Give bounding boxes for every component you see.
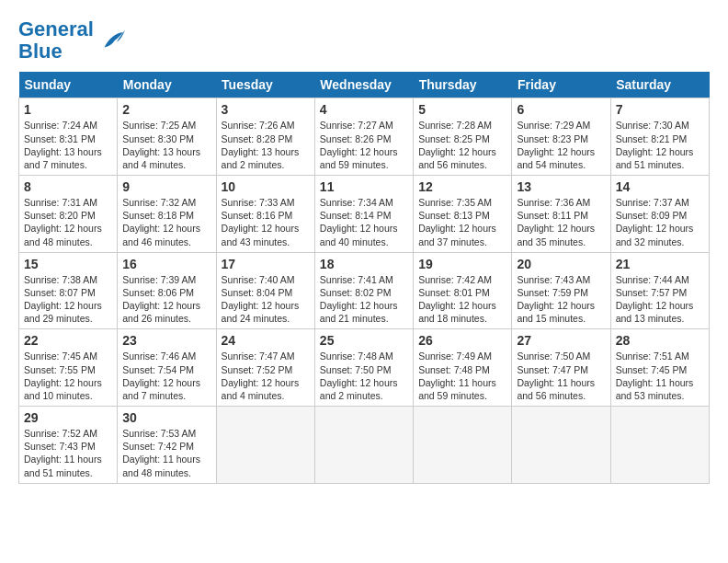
day-info: Sunrise: 7:27 AMSunset: 8:26 PMDaylight:… — [320, 119, 408, 171]
calendar-cell: 4 Sunrise: 7:27 AMSunset: 8:26 PMDayligh… — [314, 98, 413, 176]
calendar-cell: 7 Sunrise: 7:30 AMSunset: 8:21 PMDayligh… — [610, 98, 709, 176]
calendar-cell: 19 Sunrise: 7:42 AMSunset: 8:01 PMDaylig… — [414, 252, 512, 329]
calendar-cell: 1 Sunrise: 7:24 AMSunset: 8:31 PMDayligh… — [19, 98, 118, 176]
calendar-header-row: SundayMondayTuesdayWednesdayThursdayFrid… — [19, 72, 710, 98]
calendar-cell: 29 Sunrise: 7:52 AMSunset: 7:43 PMDaylig… — [19, 407, 118, 484]
logo-bird-icon — [97, 27, 125, 54]
day-info: Sunrise: 7:42 AMSunset: 8:01 PMDaylight:… — [418, 273, 506, 326]
day-info: Sunrise: 7:31 AMSunset: 8:20 PMDaylight:… — [24, 196, 112, 248]
day-number: 11 — [320, 179, 408, 194]
day-info: Sunrise: 7:52 AMSunset: 7:43 PMDaylight:… — [24, 427, 112, 479]
day-info: Sunrise: 7:40 AMSunset: 8:04 PMDaylight:… — [222, 273, 310, 326]
day-number: 20 — [517, 257, 605, 271]
day-info: Sunrise: 7:48 AMSunset: 7:50 PMDaylight:… — [320, 350, 408, 402]
calendar-cell: 28 Sunrise: 7:51 AMSunset: 7:45 PMDaylig… — [610, 329, 709, 407]
day-info: Sunrise: 7:39 AMSunset: 8:06 PMDaylight:… — [122, 273, 210, 326]
calendar-cell: 21 Sunrise: 7:44 AMSunset: 7:57 PMDaylig… — [610, 252, 709, 329]
calendar-cell: 13 Sunrise: 7:36 AMSunset: 8:11 PMDaylig… — [512, 176, 610, 253]
calendar-cell: 25 Sunrise: 7:48 AMSunset: 7:50 PMDaylig… — [314, 329, 413, 407]
day-info: Sunrise: 7:30 AMSunset: 8:21 PMDaylight:… — [616, 119, 704, 171]
calendar-week-row: 22 Sunrise: 7:45 AMSunset: 7:55 PMDaylig… — [19, 329, 710, 407]
col-header-friday: Friday — [512, 72, 610, 98]
day-number: 9 — [122, 179, 210, 194]
day-info: Sunrise: 7:50 AMSunset: 7:47 PMDaylight:… — [517, 350, 605, 402]
calendar-cell: 2 Sunrise: 7:25 AMSunset: 8:30 PMDayligh… — [118, 98, 216, 176]
day-number: 16 — [122, 257, 210, 271]
day-info: Sunrise: 7:45 AMSunset: 7:55 PMDaylight:… — [24, 350, 112, 402]
day-info: Sunrise: 7:24 AMSunset: 8:31 PMDaylight:… — [24, 119, 112, 171]
day-number: 8 — [24, 179, 112, 194]
calendar-cell: 30 Sunrise: 7:53 AMSunset: 7:42 PMDaylig… — [118, 407, 216, 484]
calendar-cell: 14 Sunrise: 7:37 AMSunset: 8:09 PMDaylig… — [610, 176, 709, 253]
day-number: 15 — [24, 257, 112, 271]
day-number: 27 — [517, 333, 605, 348]
calendar-week-row: 8 Sunrise: 7:31 AMSunset: 8:20 PMDayligh… — [19, 176, 710, 253]
col-header-tuesday: Tuesday — [216, 72, 314, 98]
calendar-cell: 10 Sunrise: 7:33 AMSunset: 8:16 PMDaylig… — [216, 176, 314, 253]
calendar-cell — [512, 407, 610, 484]
day-number: 26 — [418, 333, 506, 348]
day-number: 7 — [616, 102, 704, 117]
col-header-monday: Monday — [118, 72, 216, 98]
calendar-week-row: 1 Sunrise: 7:24 AMSunset: 8:31 PMDayligh… — [19, 98, 710, 176]
calendar-cell: 11 Sunrise: 7:34 AMSunset: 8:14 PMDaylig… — [314, 176, 413, 253]
calendar-cell: 12 Sunrise: 7:35 AMSunset: 8:13 PMDaylig… — [414, 176, 512, 253]
day-info: Sunrise: 7:38 AMSunset: 8:07 PMDaylight:… — [24, 273, 112, 326]
day-info: Sunrise: 7:51 AMSunset: 7:45 PMDaylight:… — [616, 350, 704, 402]
calendar-week-row: 29 Sunrise: 7:52 AMSunset: 7:43 PMDaylig… — [19, 407, 710, 484]
day-number: 2 — [122, 102, 210, 117]
day-info: Sunrise: 7:53 AMSunset: 7:42 PMDaylight:… — [122, 427, 210, 479]
calendar-cell — [314, 407, 413, 484]
day-info: Sunrise: 7:44 AMSunset: 7:57 PMDaylight:… — [616, 273, 704, 326]
logo-general: General — [18, 17, 94, 40]
calendar-cell: 26 Sunrise: 7:49 AMSunset: 7:48 PMDaylig… — [414, 329, 512, 407]
day-number: 6 — [517, 102, 605, 117]
calendar-cell: 8 Sunrise: 7:31 AMSunset: 8:20 PMDayligh… — [19, 176, 118, 253]
day-info: Sunrise: 7:47 AMSunset: 7:52 PMDaylight:… — [222, 350, 310, 402]
calendar-cell — [610, 407, 709, 484]
day-info: Sunrise: 7:32 AMSunset: 8:18 PMDaylight:… — [122, 196, 210, 248]
day-number: 17 — [222, 257, 310, 271]
calendar-cell: 9 Sunrise: 7:32 AMSunset: 8:18 PMDayligh… — [118, 176, 216, 253]
day-number: 14 — [616, 179, 704, 194]
calendar-cell: 20 Sunrise: 7:43 AMSunset: 7:59 PMDaylig… — [512, 252, 610, 329]
day-number: 5 — [418, 102, 506, 117]
day-info: Sunrise: 7:43 AMSunset: 7:59 PMDaylight:… — [517, 273, 605, 326]
col-header-saturday: Saturday — [610, 72, 709, 98]
calendar-cell: 6 Sunrise: 7:29 AMSunset: 8:23 PMDayligh… — [512, 98, 610, 176]
day-info: Sunrise: 7:25 AMSunset: 8:30 PMDaylight:… — [122, 119, 210, 171]
day-number: 10 — [222, 179, 310, 194]
day-number: 12 — [418, 179, 506, 194]
calendar-cell: 23 Sunrise: 7:46 AMSunset: 7:54 PMDaylig… — [118, 329, 216, 407]
calendar-cell: 15 Sunrise: 7:38 AMSunset: 8:07 PMDaylig… — [19, 252, 118, 329]
col-header-thursday: Thursday — [414, 72, 512, 98]
day-number: 1 — [24, 102, 112, 117]
calendar-cell — [216, 407, 314, 484]
calendar-cell: 5 Sunrise: 7:28 AMSunset: 8:25 PMDayligh… — [414, 98, 512, 176]
day-info: Sunrise: 7:33 AMSunset: 8:16 PMDaylight:… — [222, 196, 310, 248]
calendar-cell — [414, 407, 512, 484]
col-header-wednesday: Wednesday — [314, 72, 413, 98]
calendar-cell: 27 Sunrise: 7:50 AMSunset: 7:47 PMDaylig… — [512, 329, 610, 407]
day-number: 29 — [24, 410, 112, 425]
day-number: 24 — [222, 333, 310, 348]
day-number: 4 — [320, 102, 408, 117]
day-number: 19 — [418, 257, 506, 271]
day-number: 18 — [320, 257, 408, 271]
day-info: Sunrise: 7:49 AMSunset: 7:48 PMDaylight:… — [418, 350, 506, 402]
logo-blue: Blue — [18, 40, 63, 63]
calendar-week-row: 15 Sunrise: 7:38 AMSunset: 8:07 PMDaylig… — [19, 252, 710, 329]
calendar-cell: 16 Sunrise: 7:39 AMSunset: 8:06 PMDaylig… — [118, 252, 216, 329]
calendar-cell: 22 Sunrise: 7:45 AMSunset: 7:55 PMDaylig… — [19, 329, 118, 407]
calendar-cell: 18 Sunrise: 7:41 AMSunset: 8:02 PMDaylig… — [314, 252, 413, 329]
day-number: 25 — [320, 333, 408, 348]
logo: General Blue — [18, 18, 125, 63]
day-info: Sunrise: 7:46 AMSunset: 7:54 PMDaylight:… — [122, 350, 210, 402]
page-header: General Blue — [18, 18, 710, 63]
day-info: Sunrise: 7:36 AMSunset: 8:11 PMDaylight:… — [517, 196, 605, 248]
day-number: 23 — [122, 333, 210, 348]
day-info: Sunrise: 7:34 AMSunset: 8:14 PMDaylight:… — [320, 196, 408, 248]
day-number: 22 — [24, 333, 112, 348]
calendar-cell: 17 Sunrise: 7:40 AMSunset: 8:04 PMDaylig… — [216, 252, 314, 329]
day-info: Sunrise: 7:41 AMSunset: 8:02 PMDaylight:… — [320, 273, 408, 326]
